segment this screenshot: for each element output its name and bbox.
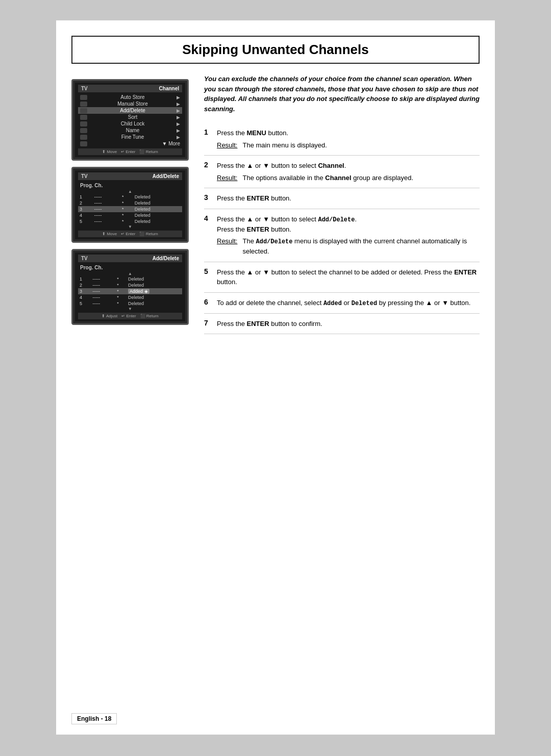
icon-name xyxy=(80,128,87,133)
icon-auto-store xyxy=(80,95,87,100)
icon-fine-tune xyxy=(80,135,87,140)
step-row-4: 4 Press the ▲ or ▼ button to select Add/… xyxy=(204,209,480,262)
screen2-tv-label: TV xyxy=(81,173,88,179)
menu-item-more: ▼ More xyxy=(78,140,182,147)
step-row-6: 6 To add or delete the channel, select A… xyxy=(204,292,480,313)
step-content-4: Press the ▲ or ▼ button to select Add/De… xyxy=(217,209,480,262)
page: Skipping Unwanted Channels TV Channel Au… xyxy=(56,20,495,735)
step-num-6: 6 xyxy=(204,292,217,313)
step-content-2: Press the ▲ or ▼ button to select Channe… xyxy=(217,156,480,188)
step-num-2: 2 xyxy=(204,156,217,188)
intro-paragraph: You can exclude the channels of your cho… xyxy=(204,74,480,114)
step-num-3: 3 xyxy=(204,188,217,209)
prog-row-2-1: 1 ----- * Deleted xyxy=(78,194,182,200)
prog-label-2: Prog. Ch. xyxy=(78,182,182,189)
main-content: TV Channel Auto Store ▶ Manual Store ▶ xyxy=(71,74,480,334)
screen3-footer: ⬆ Adjust ↵ Enter ⬛ Return xyxy=(78,313,182,319)
icon-more xyxy=(80,141,87,146)
menu-item-manual-store: Manual Store ▶ xyxy=(78,100,182,107)
step-num-7: 7 xyxy=(204,313,217,334)
result-text-2: The options available in the Channel gro… xyxy=(242,173,413,183)
step-row-5: 5 Press the ▲ or ▼ button to select the … xyxy=(204,262,480,292)
prog-row-2-2: 2 ----- * Deleted xyxy=(78,200,182,206)
prog-row-2-4: 4 ----- * Deleted xyxy=(78,212,182,218)
page-title: Skipping Unwanted Channels xyxy=(83,42,468,58)
page-number: English - 18 xyxy=(77,715,111,722)
result-text-1: The main menu is displayed. xyxy=(242,140,327,150)
result-text-4: The Add/Delete menu is displayed with th… xyxy=(242,236,480,257)
step-row-1: 1 Press the MENU button. Result: The mai… xyxy=(204,123,480,156)
step-content-6: To add or delete the channel, select Add… xyxy=(217,292,480,313)
step-row-7: 7 Press the ENTER button to confirm. xyxy=(204,313,480,334)
tv-screen-1: TV Channel Auto Store ▶ Manual Store ▶ xyxy=(71,79,189,161)
step-num-5: 5 xyxy=(204,262,217,292)
prog-table-3: 1 ----- * Deleted 2 ----- * Deleted xyxy=(78,276,182,307)
left-column: TV Channel Auto Store ▶ Manual Store ▶ xyxy=(71,79,189,334)
step-content-1: Press the MENU button. Result: The main … xyxy=(217,123,480,156)
screen1-menu-label: Channel xyxy=(159,86,179,91)
step-row-3: 3 Press the ENTER button. xyxy=(204,188,480,209)
prog-row-3-5: 5 ----- * Deleted xyxy=(78,300,182,307)
result-label-2: Result: xyxy=(217,173,237,183)
step-row-2: 2 Press the ▲ or ▼ button to select Chan… xyxy=(204,156,480,188)
title-bar: Skipping Unwanted Channels xyxy=(71,36,480,64)
menu-item-child-lock: Child Lock ▶ xyxy=(78,120,182,127)
screen2-footer: ⬆ Move ↵ Enter ⬛ Return xyxy=(78,231,182,237)
screen2-menu-label: Add/Delete xyxy=(153,173,179,179)
result-label-4: Result: xyxy=(217,236,237,257)
screen1-footer: ⬆ Move ↵ Enter ⬛ Return xyxy=(78,148,182,155)
prog-label-3: Prog. Ch. xyxy=(78,264,182,271)
icon-manual-store xyxy=(80,102,87,107)
prog-row-3-1: 1 ----- * Deleted xyxy=(78,276,182,282)
menu-item-add-delete: Add/Delete ▶ xyxy=(78,107,182,114)
icon-add-delete xyxy=(80,108,87,113)
page-footer: English - 18 xyxy=(71,713,117,724)
screen3-menu-label: Add/Delete xyxy=(153,256,179,261)
step-content-7: Press the ENTER button to confirm. xyxy=(217,313,480,334)
step-content-3: Press the ENTER button. xyxy=(217,188,480,209)
prog-row-3-2: 2 ----- * Deleted xyxy=(78,282,182,288)
steps-table: 1 Press the MENU button. Result: The mai… xyxy=(204,123,480,334)
prog-row-3-4: 4 ----- * Deleted xyxy=(78,294,182,300)
right-column: You can exclude the channels of your cho… xyxy=(199,74,480,334)
icon-sort xyxy=(80,115,87,120)
prog-row-2-5: 5 ----- * Deleted xyxy=(78,218,182,224)
screen1-tv-label: TV xyxy=(81,86,88,91)
step-num-4: 4 xyxy=(204,209,217,262)
menu-item-fine-tune: Fine Tune ▶ xyxy=(78,134,182,140)
icon-child-lock xyxy=(80,121,87,127)
prog-row-3-3: 3 ----- * Added ◈ xyxy=(78,288,182,294)
menu-item-auto-store: Auto Store ▶ xyxy=(78,94,182,100)
menu-item-sort: Sort ▶ xyxy=(78,114,182,120)
result-label-1: Result: xyxy=(217,140,237,150)
step-num-1: 1 xyxy=(204,123,217,156)
prog-table-2: 1 ----- * Deleted 2 ----- * Deleted xyxy=(78,194,182,224)
step-content-5: Press the ▲ or ▼ button to select the ch… xyxy=(217,262,480,292)
menu-item-name: Name ▶ xyxy=(78,127,182,134)
screen3-tv-label: TV xyxy=(81,256,88,261)
prog-row-2-3: 3 ----- * Deleted xyxy=(78,206,182,212)
tv-screen-3: TV Add/Delete Prog. Ch. ▲ 1 ----- * Dele… xyxy=(71,249,189,325)
tv-screen-2: TV Add/Delete Prog. Ch. ▲ 1 ----- * Dele… xyxy=(71,167,189,243)
